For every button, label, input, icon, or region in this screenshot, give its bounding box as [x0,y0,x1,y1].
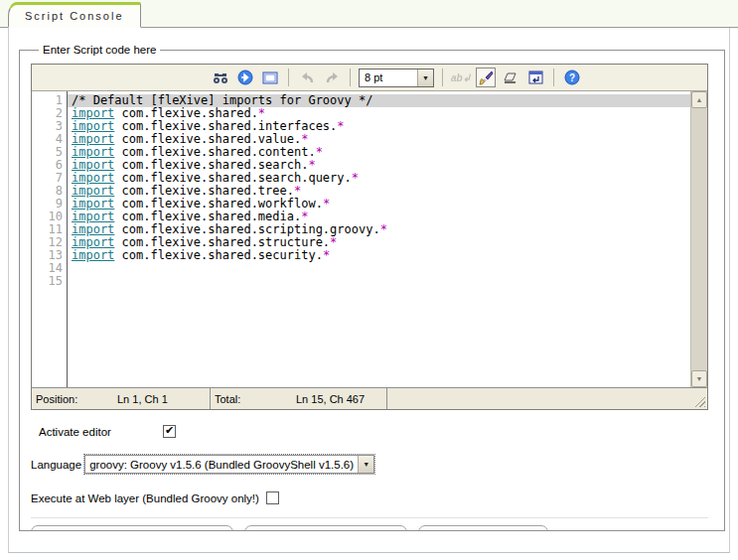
content-panel: Enter Script code here [8,28,730,553]
statusbar-total-cell: Total: Ln 15, Ch 467 [211,388,387,409]
play-icon [41,530,58,531]
word-wrap-icon[interactable]: ab↲ [451,68,471,87]
toolbar-separator [442,69,443,86]
scroll-up-icon[interactable]: ▲ [691,91,707,108]
code-area[interactable]: 123456789101112131415 /* Default [fleXiv… [32,91,707,387]
line-numbers: 123456789101112131415 [32,91,68,387]
vertical-scrollbar[interactable]: ▲ ▼ [690,91,707,387]
code-editor: 8 pt ▼ ab↲ ? [31,64,708,410]
clear-highlight-icon[interactable] [501,68,520,87]
editor-toolbar: 8 pt ▼ ab↲ ? [32,65,707,91]
font-size-select[interactable]: 8 pt ▼ [359,69,434,87]
dropdown-arrow-icon: ▼ [358,456,373,473]
toolbar-separator [350,69,351,86]
activate-editor-checkbox[interactable] [163,425,176,438]
popup-window-icon[interactable] [525,68,545,87]
web-layer-label: Execute at Web layer (Bundled Groovy onl… [31,492,259,504]
code-line[interactable] [68,275,690,288]
add-default-imports-label: Add default imports [278,531,390,532]
total-label: Total: [215,393,296,405]
tab-label: Script Console [25,10,124,22]
svg-text:?: ? [569,72,575,83]
tab-script-console[interactable]: Script Console [8,2,141,28]
fieldset-legend: Enter Script code here [39,44,160,56]
dropdown-arrow-icon: ▼ [417,70,433,86]
language-value: groovy: Groovy v1.5.6 (Bundled GroovyShe… [85,459,358,471]
language-label: Language [31,459,81,471]
svg-text:ABC: ABC [430,529,445,531]
execute-script-label: Execute script (Ctrl+Enter) [66,531,217,532]
resize-grip[interactable] [692,394,705,407]
web-layer-checkbox[interactable] [266,491,279,504]
execute-script-button[interactable]: Execute script (Ctrl+Enter) [31,525,233,531]
scroll-down-icon[interactable]: ▼ [691,370,707,387]
syntax-check-icon: ABC [428,529,447,531]
statusbar-position-cell: Position: Ln 1, Ch 1 [32,388,211,409]
web-layer-row: Execute at Web layer (Bundled Groovy onl… [31,491,708,504]
button-row: Execute script (Ctrl+Enter) Add default … [31,517,708,531]
script-fieldset: Enter Script code here [19,44,725,531]
position-label: Position: [36,393,117,405]
activate-editor-row: Activate editor [31,425,708,438]
font-size-value: 8 pt [360,71,417,83]
syntax-check-button[interactable]: ABC Syntax check [418,525,548,531]
position-value: Ln 1, Ch 1 [117,393,168,405]
tab-bar: Script Console [0,0,738,28]
undo-icon[interactable] [297,68,317,87]
syntax-check-label: Syntax check [455,531,531,532]
add-default-imports-button[interactable]: Add default imports [244,525,407,531]
language-select[interactable]: groovy: Groovy v1.5.6 (Bundled GroovyShe… [84,455,374,474]
total-value: Ln 15, Ch 467 [296,393,365,405]
goto-line-icon[interactable] [235,68,255,87]
toolbar-separator [288,69,289,86]
help-icon[interactable]: ? [562,68,582,87]
code-line[interactable] [68,262,690,275]
syntax-highlight-icon[interactable] [476,68,496,87]
code-lines[interactable]: /* Default [fleXive] imports for Groovy … [68,91,690,387]
code-line[interactable]: import com.flexive.shared.security.* [68,249,690,262]
editor-statusbar: Position: Ln 1, Ch 1 Total: Ln 15, Ch 46… [32,387,707,409]
toolbar-separator [553,69,554,86]
select-area-icon[interactable] [260,68,280,87]
language-row: Language groovy: Groovy v1.5.6 (Bundled … [31,455,708,474]
imports-icon [254,530,270,531]
search-icon[interactable] [211,68,230,87]
redo-icon[interactable] [322,68,342,87]
activate-editor-label: Activate editor [31,426,163,438]
